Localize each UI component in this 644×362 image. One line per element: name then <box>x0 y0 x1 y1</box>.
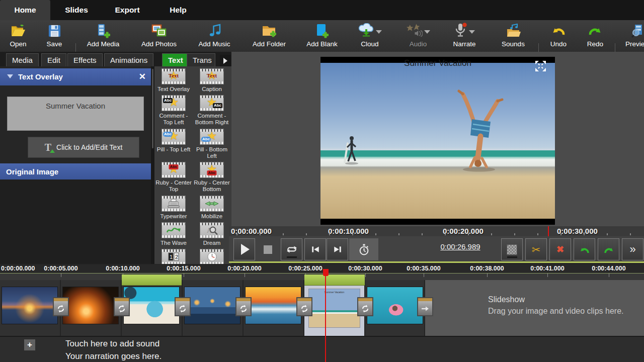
audio-button[interactable]: Audio <box>397 22 439 50</box>
sounds-button[interactable]: Sounds <box>493 22 533 50</box>
play-button[interactable] <box>233 238 255 260</box>
timeline-clip-2[interactable] <box>61 280 122 336</box>
timeline-clip-5[interactable] <box>244 280 304 336</box>
add-media-button[interactable]: Add Media <box>80 22 126 50</box>
timeline-ruler[interactable]: 0:00:00.000 0:00:05.000 0:00:10.000 0:00… <box>0 265 644 273</box>
effect-text-overlay[interactable]: ★Text Text Overlay <box>154 68 193 93</box>
transition-button-3[interactable] <box>175 297 191 316</box>
transition-button-2[interactable] <box>114 297 130 316</box>
save-button[interactable]: Save <box>39 22 69 50</box>
tab-overflow-arrow[interactable] <box>220 55 231 66</box>
add-folder-button[interactable]: Add Folder <box>244 22 294 50</box>
skip-back-icon <box>311 246 320 253</box>
effect-pill-bottom-left[interactable]: ★Abc Pill - Bottom Left <box>193 129 231 159</box>
tab-edit[interactable]: Edit <box>41 53 66 66</box>
effect-comment-top-left[interactable]: ★Abc Comment - Top Left <box>154 95 193 126</box>
current-time-display[interactable]: 0:00:26.989 <box>423 242 498 251</box>
narrate-button[interactable]: Narrate <box>443 22 486 50</box>
transition-button-6[interactable] <box>357 297 373 316</box>
redo-button[interactable]: Redo <box>580 22 610 50</box>
delete-button[interactable]: ✖ <box>549 238 571 260</box>
right-triangle-icon <box>223 58 227 64</box>
audio-dropdown-caret[interactable] <box>424 30 430 34</box>
add-blank-button[interactable]: Add Blank <box>299 22 345 50</box>
beach-photo <box>320 63 555 219</box>
effect-caption[interactable]: ★Text Caption <box>193 68 231 93</box>
menu-home[interactable]: Home <box>0 0 50 20</box>
add-photos-button[interactable]: Add Photos <box>134 22 184 50</box>
wave-icon <box>162 222 186 238</box>
open-button[interactable]: Open <box>3 22 33 50</box>
timeline-clip-4[interactable] <box>183 280 244 336</box>
timeline-clip-1[interactable] <box>0 280 61 336</box>
effect-count[interactable]: 12 Count <box>154 249 193 264</box>
menu-help[interactable]: Help <box>152 0 204 20</box>
slideshow-drop-area[interactable]: Slideshow Drag your image and video clip… <box>425 280 644 336</box>
original-image-header[interactable]: Original Image <box>0 163 151 180</box>
rotate-arrows-icon <box>300 305 308 313</box>
add-sound-button[interactable]: + <box>24 339 35 350</box>
video-frame[interactable]: Summer Vacation <box>320 57 555 225</box>
transition-button-1[interactable] <box>53 297 69 316</box>
effects-scrollbar[interactable] <box>151 66 154 264</box>
stop-button[interactable] <box>257 238 279 260</box>
slideshow-title: Slideshow <box>488 295 525 304</box>
menu-slides[interactable]: Slides <box>50 0 103 20</box>
loop-button[interactable] <box>281 238 302 260</box>
effect-clock[interactable]: Clock <box>193 249 231 264</box>
preview-timeline-ruler[interactable]: 0:00:00.000 0:00:10.000 0:00:20.000 0:00… <box>229 226 644 236</box>
undo-icon <box>551 22 566 39</box>
skip-forward-button[interactable] <box>327 238 348 260</box>
timeline-clip-3[interactable] <box>122 280 183 336</box>
tab-effects[interactable]: Effects <box>67 53 103 66</box>
text-overlay-header[interactable]: Text Overlay ✕ <box>0 68 151 85</box>
effect-ruby-center-bottom[interactable]: ★Abc Ruby - Center Bottom <box>193 162 231 193</box>
ruler-ticks <box>236 233 634 235</box>
snapshot-button[interactable] <box>501 238 523 260</box>
timeline-clip-6-selected[interactable]: Summer Vacation <box>304 280 365 336</box>
more-tools-button[interactable]: » <box>622 238 643 260</box>
effect-mobilize[interactable]: Mobilize <box>193 196 231 220</box>
menu-export[interactable]: Export <box>103 0 152 20</box>
narrate-dropdown-caret[interactable] <box>469 30 475 34</box>
preview-button[interactable]: Preview <box>620 22 644 50</box>
effect-ruby-center-top[interactable]: ★Abc Ruby - Center Top <box>154 162 193 193</box>
cloud-dropdown-caret[interactable] <box>376 30 382 34</box>
undo-button[interactable]: Undo <box>543 22 574 50</box>
sound-track[interactable]: + Touch here to add sound Your narration… <box>0 336 644 362</box>
effect-pill-top-left[interactable]: ★Abc Pill - Top Left <box>154 129 193 159</box>
split-button[interactable]: ✂ <box>525 238 547 260</box>
effect-typewriter[interactable]: Typewriter <box>154 196 193 220</box>
transition-button-5[interactable] <box>296 297 312 316</box>
add-music-button[interactable]: Add Music <box>192 22 237 50</box>
transition-button-7[interactable] <box>417 297 433 316</box>
timeline-playhead-line[interactable] <box>325 269 326 362</box>
preview-playhead[interactable] <box>548 226 549 236</box>
checkerboard-icon <box>507 244 517 255</box>
rotate-right-button[interactable] <box>598 238 619 260</box>
effect-the-wave[interactable]: The Wave <box>154 222 193 246</box>
collapse-triangle-icon[interactable] <box>7 74 13 78</box>
tab-text[interactable]: Text <box>162 53 189 66</box>
timeline-clip-7[interactable] <box>365 280 425 336</box>
transition-button-4[interactable] <box>235 297 252 316</box>
tab-animations[interactable]: Animations <box>104 53 153 66</box>
skip-back-button[interactable] <box>304 238 326 260</box>
add-edit-text-button[interactable]: T Click to Add/Edit Text <box>28 137 139 158</box>
redo-icon <box>588 22 602 39</box>
cloud-button[interactable]: Cloud <box>350 22 390 50</box>
text-preview-box[interactable]: Summer Vacation <box>7 97 144 131</box>
scrollbar-thumb[interactable] <box>151 68 154 149</box>
preview-text-overlay[interactable]: Summer Vacation <box>320 58 555 68</box>
effect-comment-bottom-right[interactable]: ★Abc Comment - Bottom Right <box>193 95 231 126</box>
tab-media[interactable]: Media <box>6 53 39 66</box>
rotate-arrows-icon <box>239 305 248 313</box>
fullscreen-icon[interactable] <box>534 60 547 72</box>
duration-button[interactable] <box>349 238 378 260</box>
tab-transitions[interactable]: Trans <box>187 53 215 66</box>
close-icon[interactable]: ✕ <box>139 68 146 85</box>
effect-dream[interactable]: A Dream <box>193 222 231 246</box>
text-effects-grid: ★Text Text Overlay ★Text Caption ★Abc Co… <box>154 66 231 264</box>
rotate-left-button[interactable] <box>574 238 595 260</box>
svg-text:1: 1 <box>170 254 173 260</box>
